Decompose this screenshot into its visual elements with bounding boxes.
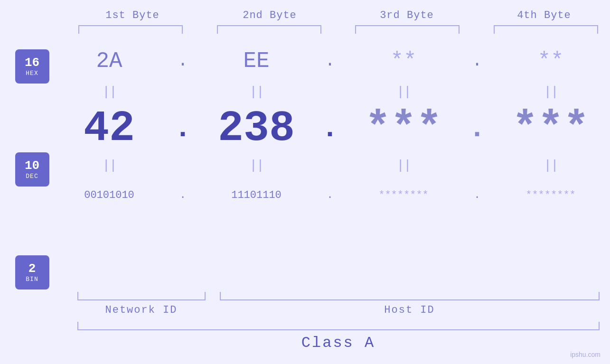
eq2-b2: ||	[197, 158, 316, 173]
badges-column: 16 HEX 10 DEC 2 BIN	[0, 41, 50, 289]
hex-badge-label: HEX	[26, 70, 38, 77]
hex-badge: 16 HEX	[15, 49, 49, 84]
hex-b3: **	[344, 49, 463, 74]
bin-b1: 00101010	[50, 189, 169, 201]
bottom-section: Network ID Host ID	[77, 292, 600, 316]
content-area: 16 HEX 10 DEC 2 BIN 2A . EE	[0, 41, 610, 289]
dec-b1: 42	[50, 107, 169, 150]
byte1-header: 1st Byte	[77, 9, 188, 21]
network-id-label: Network ID	[77, 304, 206, 316]
hex-b1: 2A	[50, 49, 169, 74]
eq2-b4: ||	[491, 158, 610, 173]
bin-b3: ********	[344, 189, 463, 201]
dec-b4: ***	[491, 107, 610, 150]
hex-row: 2A . EE . ** . **	[50, 41, 610, 81]
dec-badge-number: 10	[25, 159, 39, 173]
eq1-b2: ||	[197, 84, 316, 99]
bottom-brackets	[77, 292, 600, 300]
bin-badge-label: BIN	[26, 276, 38, 283]
eq2-b3: ||	[344, 158, 463, 173]
dec-row: 42 . 238 . *** . ***	[50, 103, 610, 155]
dec-badge-label: DEC	[26, 173, 38, 180]
bracket-top-2	[217, 25, 321, 34]
bracket-top-4	[494, 25, 598, 34]
byte-headers: 1st Byte 2nd Byte 3rd Byte 4th Byte	[77, 9, 600, 21]
bin-badge: 2 BIN	[15, 255, 49, 289]
host-id-label: Host ID	[220, 304, 600, 316]
bin-b4: ********	[491, 189, 610, 201]
dec-dot3: .	[463, 114, 491, 143]
bracket-host	[220, 292, 600, 300]
hex-dot1: .	[169, 51, 197, 71]
eq2-b1: ||	[50, 158, 169, 173]
id-labels-row: Network ID Host ID	[77, 304, 600, 316]
bin-dot1: .	[169, 189, 197, 201]
class-bracket	[77, 322, 600, 330]
equals-row-2: || || || ||	[50, 155, 610, 176]
bracket-top-1	[78, 25, 183, 34]
top-brackets	[77, 25, 600, 34]
bin-dot2: .	[316, 189, 344, 201]
hex-badge-number: 16	[25, 56, 39, 70]
hex-b2: EE	[197, 49, 316, 74]
hex-dot2: .	[316, 51, 344, 71]
bracket-top-3	[355, 25, 460, 34]
watermark: ipshu.com	[570, 351, 601, 358]
byte4-header: 4th Byte	[488, 9, 599, 21]
bin-b2: 11101110	[197, 189, 316, 201]
byte2-header: 2nd Byte	[214, 9, 325, 21]
hex-b4: **	[491, 49, 610, 74]
bracket-network	[77, 292, 206, 300]
bin-badge-number: 2	[28, 262, 36, 276]
dec-b3: ***	[344, 107, 463, 150]
main-container: 1st Byte 2nd Byte 3rd Byte 4th Byte 16 H…	[0, 0, 610, 364]
dec-badge: 10 DEC	[15, 152, 49, 187]
hex-dot3: .	[463, 51, 491, 71]
equals-row-1: || || || ||	[50, 81, 610, 103]
class-label: Class A	[77, 334, 600, 352]
dec-dot2: .	[316, 114, 344, 143]
values-area: 2A . EE . ** . ** || || || || 42	[50, 41, 610, 289]
eq1-b1: ||	[50, 84, 169, 99]
dec-dot1: .	[169, 114, 197, 143]
eq1-b3: ||	[344, 84, 463, 99]
dec-b2: 238	[197, 107, 316, 150]
bin-row: 00101010 . 11101110 . ******** . *******…	[50, 176, 610, 214]
class-section: Class A	[77, 322, 600, 352]
eq1-b4: ||	[491, 84, 610, 99]
byte3-header: 3rd Byte	[351, 9, 462, 21]
bin-dot3: .	[463, 189, 491, 201]
